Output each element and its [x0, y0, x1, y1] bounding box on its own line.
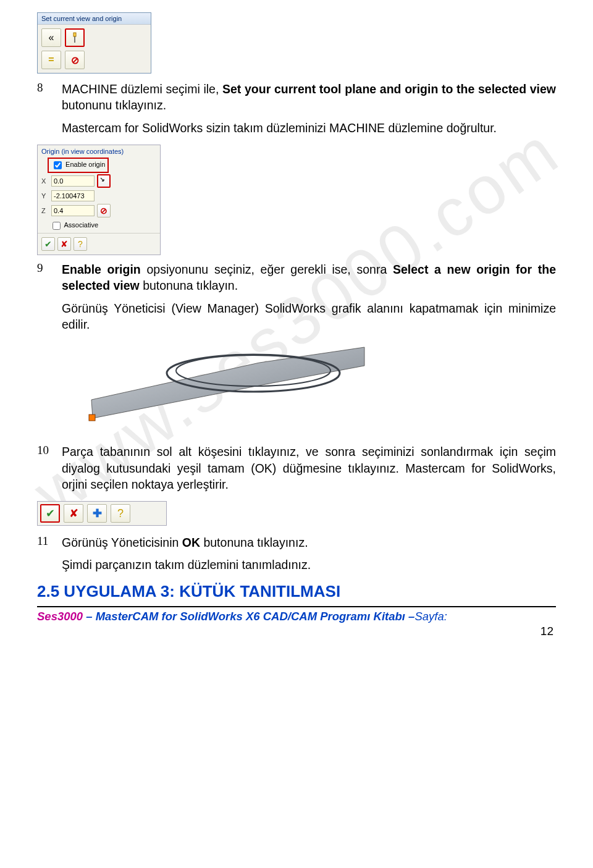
footer-separator	[37, 606, 556, 607]
svg-marker-2	[91, 347, 364, 418]
origin-section-title: Origin (in view coordinates)	[38, 145, 160, 158]
enable-origin-checkbox[interactable]: Enable origin	[48, 158, 109, 173]
origin-coordinates-panel: Origin (in view coordinates) Enable orig…	[37, 145, 161, 255]
step-text: Enable origin opsiyonunu seçiniz, eğer g…	[62, 261, 556, 332]
step-text: MACHINE düzlemi seçimi ile, Set your cur…	[62, 81, 556, 136]
cancel-icon[interactable]: ✘	[57, 237, 71, 251]
z-label: Z	[41, 207, 49, 214]
help-icon[interactable]: ?	[74, 237, 87, 251]
add-button-icon[interactable]: ✚	[87, 504, 107, 523]
page-number: 12	[37, 625, 556, 638]
step-8: 8 MACHINE düzlemi seçimi ile, Set your c…	[37, 81, 556, 136]
ok-button-icon[interactable]: ✔	[40, 504, 60, 523]
step-text: Görünüş Yöneticisinin OK butonuna tıklay…	[62, 534, 311, 573]
footer-line: Ses3000 – MasterCAM for SolidWorks X6 CA…	[37, 610, 556, 623]
associative-checkbox[interactable]: Associative	[38, 219, 160, 233]
help-button-icon[interactable]: ?	[111, 504, 130, 523]
associative-input[interactable]	[53, 222, 61, 230]
cancel-button-icon[interactable]: ✘	[64, 504, 83, 523]
enable-origin-input[interactable]	[54, 161, 62, 169]
step-9: 9 Enable origin opsiyonunu seçiniz, eğer…	[37, 261, 556, 332]
pick-origin-icon[interactable]	[97, 174, 111, 188]
z-input[interactable]	[51, 205, 95, 216]
svg-rect-0	[74, 33, 76, 36]
y-input[interactable]	[51, 190, 95, 201]
confirm-toolbar: ✔ ✘ ✚ ?	[37, 501, 167, 526]
equals-icon[interactable]: =	[41, 51, 61, 69]
clear-origin-icon[interactable]: ⊘	[97, 204, 111, 217]
origin-pin-icon[interactable]	[65, 28, 85, 47]
step-11: 11 Görünüş Yöneticisinin OK butonuna tık…	[37, 534, 556, 573]
step-10: 10 Parça tabanının sol alt köşesini tıkl…	[37, 444, 556, 492]
svg-rect-5	[89, 415, 95, 421]
ok-icon[interactable]: ✔	[41, 237, 55, 251]
no-entry-icon[interactable]: ⊘	[65, 51, 85, 69]
associative-label: Associative	[64, 221, 98, 229]
step-number: 10	[37, 444, 51, 492]
x-label: X	[41, 177, 49, 185]
y-label: Y	[41, 192, 49, 200]
step-text: Parça tabanının sol alt köşesini tıklayı…	[62, 444, 556, 492]
section-heading: 2.5 UYGULAMA 3: KÜTÜK TANITILMASI	[37, 582, 556, 601]
dialog-title: Set current view and origin	[38, 13, 151, 25]
step-number: 11	[37, 534, 51, 573]
step-number: 8	[37, 81, 51, 136]
enable-origin-label: Enable origin	[65, 161, 105, 168]
step-number: 9	[37, 261, 51, 332]
part-3d-illustration	[74, 341, 371, 434]
arrow-left-icon[interactable]: «	[41, 28, 61, 47]
set-view-origin-dialog: Set current view and origin « = ⊘	[37, 12, 151, 74]
x-input[interactable]	[51, 175, 95, 187]
